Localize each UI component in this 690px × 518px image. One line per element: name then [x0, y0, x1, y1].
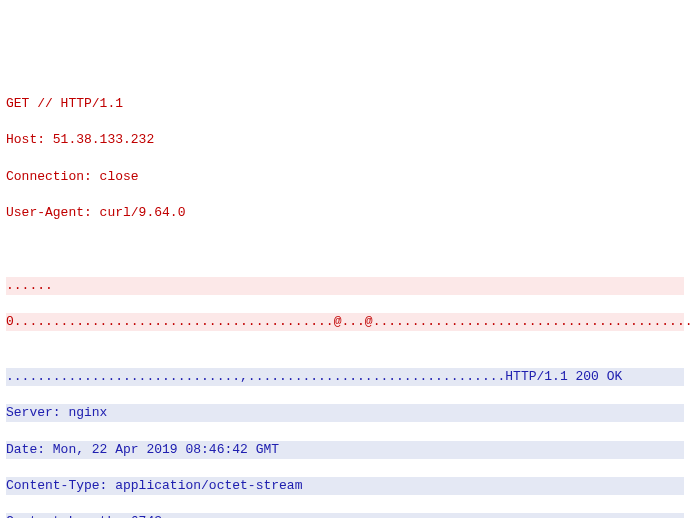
user-agent-header: User-Agent: curl/9.64.0	[6, 204, 684, 222]
http-status-line: ..............................,.........…	[6, 368, 684, 386]
connection-header: Connection: close	[6, 168, 684, 186]
http-response-block: ..............................,.........…	[6, 350, 684, 518]
request-line: GET // HTTP/1.1	[6, 95, 684, 113]
host-header: Host: 51.38.133.232	[6, 131, 684, 149]
content-length-header: Content-Length: 6743	[6, 513, 684, 518]
content-type-header: Content-Type: application/octet-stream	[6, 477, 684, 495]
http-request-block: GET // HTTP/1.1 Host: 51.38.133.232 Conn…	[6, 77, 684, 350]
divider-dots: 0.......................................…	[6, 313, 684, 331]
date-header: Date: Mon, 22 Apr 2019 08:46:42 GMT	[6, 441, 684, 459]
blank-line	[6, 240, 684, 258]
divider-dots: ......	[6, 277, 684, 295]
server-header: Server: nginx	[6, 404, 684, 422]
